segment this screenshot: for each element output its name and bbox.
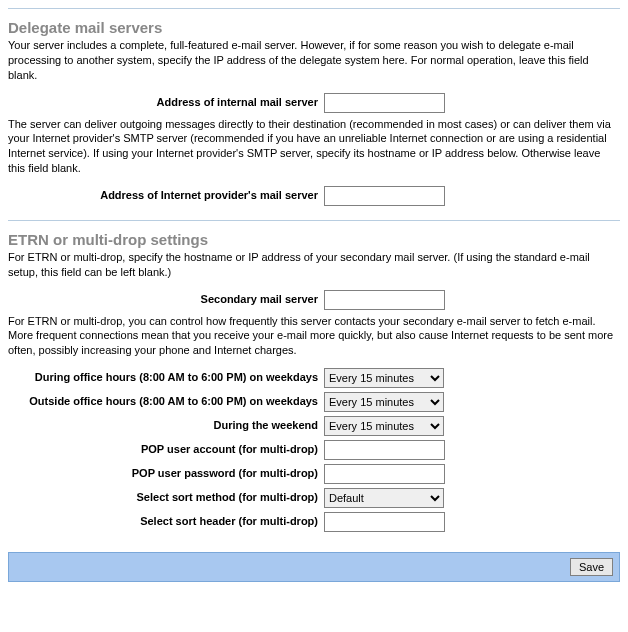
label-isp-mail: Address of Internet provider's mail serv… [8,184,324,208]
etrn-desc2: For ETRN or multi-drop, you can control … [8,314,620,359]
footer-bar: Save [8,552,620,582]
label-secondary-mail: Secondary mail server [8,288,324,312]
etrn-desc1: For ETRN or multi-drop, specify the host… [8,250,620,280]
input-internal-mail[interactable] [324,93,445,113]
section-divider-2 [8,220,620,221]
label-office-hours: During office hours (8:00 AM to 6:00 PM)… [8,366,324,390]
section-divider-1 [8,8,620,9]
delegate-desc2: The server can deliver outgoing messages… [8,117,620,176]
select-sort-method[interactable]: Default [324,488,444,508]
select-office-hours[interactable]: Every 15 minutes [324,368,444,388]
input-pop-user[interactable] [324,440,445,460]
save-button[interactable]: Save [570,558,613,576]
label-sort-header: Select sort header (for multi-drop) [8,510,324,534]
input-isp-mail[interactable] [324,186,445,206]
delegate-title: Delegate mail servers [8,19,620,36]
input-secondary-mail[interactable] [324,290,445,310]
label-pop-password: POP user password (for multi-drop) [8,462,324,486]
label-internal-mail: Address of internal mail server [8,91,324,115]
delegate-desc1: Your server includes a complete, full-fe… [8,38,620,83]
input-pop-password[interactable] [324,464,445,484]
input-sort-header[interactable] [324,512,445,532]
label-pop-user: POP user account (for multi-drop) [8,438,324,462]
label-outside-hours: Outside office hours (8:00 AM to 6:00 PM… [8,390,324,414]
label-weekend: During the weekend [8,414,324,438]
etrn-title: ETRN or multi-drop settings [8,231,620,248]
select-weekend[interactable]: Every 15 minutes [324,416,444,436]
select-outside-hours[interactable]: Every 15 minutes [324,392,444,412]
label-sort-method: Select sort method (for multi-drop) [8,486,324,510]
